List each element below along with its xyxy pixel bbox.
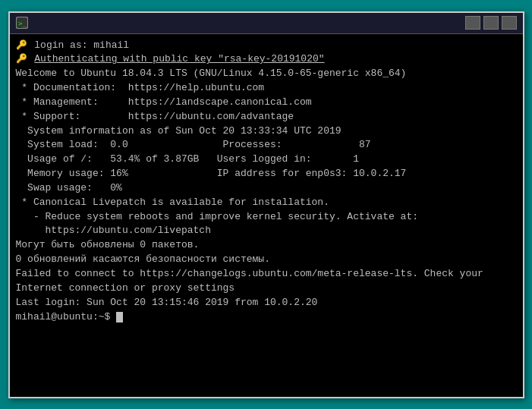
terminal-line: - Reduce system reboots and improve kern… — [16, 210, 517, 225]
terminal-line: 0 обновлений касаются безопасности систе… — [16, 253, 517, 267]
terminal-icon: >_ — [16, 17, 28, 29]
close-button[interactable] — [502, 16, 517, 30]
svg-text:>_: >_ — [18, 20, 27, 27]
terminal-line: https://ubuntu.com/livepatch — [16, 224, 517, 238]
terminal-line: * Management: https://landscape.canonica… — [16, 96, 517, 110]
terminal-line: * Documentation: https://help.ubuntu.com — [16, 81, 517, 96]
titlebar: >_ — [10, 13, 523, 34]
terminal-line: 🔑 Authenticating with public key "rsa-ke… — [16, 52, 517, 67]
maximize-button[interactable] — [483, 16, 499, 30]
terminal-line: System information as of Sun Oct 20 13:3… — [16, 124, 517, 139]
terminal-line: Last login: Sun Oct 20 13:15:46 2019 fro… — [16, 296, 517, 310]
window-controls — [465, 16, 517, 30]
minimize-button[interactable] — [465, 16, 480, 30]
terminal-line: 🔑 login as: mihail — [16, 39, 517, 53]
terminal-line: * Canonical Livepatch is available for i… — [16, 196, 517, 210]
terminal-cursor — [116, 312, 123, 322]
terminal-line: mihail@ubuntu:~$ — [16, 310, 517, 325]
terminal-line: Usage of /: 53.4% of 3.87GB Users logged… — [16, 153, 517, 167]
terminal-line: Internet connection or proxy settings — [16, 282, 517, 296]
terminal-line: Swap usage: 0% — [16, 181, 517, 196]
terminal-line: Welcome to Ubuntu 18.04.3 LTS (GNU/Linux… — [16, 67, 517, 81]
terminal-line: Memory usage: 16% IP address for enp0s3:… — [16, 167, 517, 181]
titlebar-left: >_ — [16, 17, 33, 29]
terminal-window: >_ 🔑 login as: mihail🔑 Authenticating wi… — [8, 11, 524, 398]
terminal-line: Failed to connect to https://changelogs.… — [16, 267, 517, 282]
terminal-line: System load: 0.0 Processes: 87 — [16, 138, 517, 153]
terminal-line: Могут быть обновлены 0 пакетов. — [16, 238, 517, 253]
terminal-body[interactable]: 🔑 login as: mihail🔑 Authenticating with … — [10, 34, 523, 397]
terminal-line: * Support: https://ubuntu.com/advantage — [16, 110, 517, 124]
